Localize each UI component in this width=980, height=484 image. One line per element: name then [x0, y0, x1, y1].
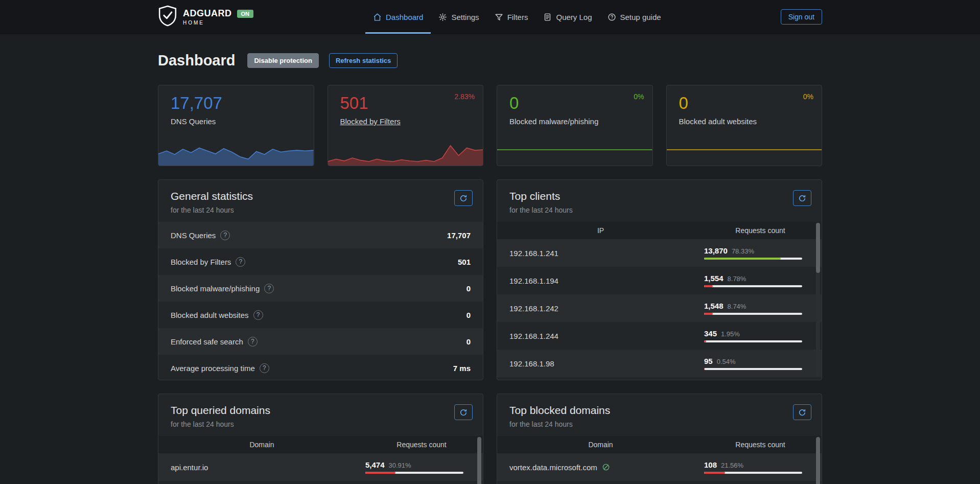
stat-value: 17,707 [171, 94, 314, 113]
client-ip[interactable]: 192.168.1.242 [497, 304, 704, 313]
refresh-statistics-button[interactable]: Refresh statistics [329, 53, 398, 68]
requests-count: 13,870 [704, 246, 728, 255]
page-header: Dashboard Disable protection Refresh sta… [158, 51, 822, 70]
stats-value: 501 [458, 258, 471, 266]
nav-item-dashboard[interactable]: Dashboard [365, 0, 431, 34]
refresh-icon [459, 408, 468, 417]
client-ip[interactable]: 192.168.1.98 [497, 359, 704, 368]
domain-row: vortex.data.microsoft.com 108 21.56% [497, 453, 822, 481]
stats-row: DNS Queries ? 17,707 [158, 222, 483, 248]
refresh-card-button[interactable] [454, 404, 473, 420]
stat-label: Blocked malware/phishing [509, 117, 652, 126]
dns-queries-sparkline-chart [158, 142, 314, 166]
table-header: Domain Requests count [497, 436, 822, 453]
nav-item-filters[interactable]: Filters [487, 0, 536, 34]
stats-label: Blocked malware/phishing [171, 284, 260, 293]
sign-out-button[interactable]: Sign out [781, 9, 822, 25]
requests-progress-bar [704, 313, 802, 315]
requests-percent: 0.54% [717, 358, 736, 365]
card-subtitle: for the last 24 hours [509, 206, 809, 214]
requests-progress-bar [704, 368, 802, 370]
requests-progress-bar [704, 285, 802, 287]
card-scrollbar-thumb[interactable] [477, 437, 481, 484]
refresh-card-button[interactable] [454, 190, 473, 206]
stat-percent: 0% [803, 93, 813, 101]
column-header-requests-count: Requests count [704, 441, 822, 449]
client-row: 192.168.1.244 345 1.95% [497, 322, 822, 350]
client-ip[interactable]: 192.168.1.194 [497, 276, 704, 285]
stats-label: Enforced safe search [171, 337, 243, 346]
domain-name[interactable]: api.entur.io [158, 463, 365, 472]
main-nav: Dashboard Settings Filters Query Log Set… [253, 0, 781, 34]
disable-protection-button[interactable]: Disable protection [247, 53, 318, 68]
nav-item-settings[interactable]: Settings [431, 0, 486, 34]
page-title: Dashboard [158, 52, 235, 69]
brand[interactable]: ADGUARD ON HOME [158, 5, 253, 29]
stats-label: Average processing time [171, 364, 255, 373]
card-scrollbar-track[interactable] [816, 437, 820, 484]
column-header-ip: IP [497, 226, 704, 235]
card-title: General statistics [171, 190, 471, 202]
help-circle-icon[interactable]: ? [220, 231, 230, 240]
stat-card-dns-queries: 17,707 DNS Queries [158, 85, 314, 166]
stat-value: 0 [679, 94, 822, 113]
main-content: Dashboard Disable protection Refresh sta… [158, 51, 822, 484]
unblock-domain-icon[interactable] [602, 463, 610, 471]
stats-value: 0 [466, 311, 471, 319]
stats-row: Enforced safe search ? 0 [158, 328, 483, 355]
card-title: Top clients [509, 190, 809, 202]
requests-percent: 8.74% [728, 303, 746, 310]
column-header-requests-count: Requests count [365, 441, 483, 449]
help-circle-icon[interactable]: ? [264, 284, 274, 293]
requests-percent: 78.33% [732, 247, 754, 255]
table-header: Domain Requests count [158, 436, 483, 453]
blocked-malware-sparkline-chart [497, 142, 652, 166]
top-blocked-domains-card: Top blocked domains for the last 24 hour… [497, 394, 822, 484]
refresh-card-button[interactable] [793, 404, 811, 420]
stats-value: 7 ms [453, 364, 471, 373]
client-row: 192.168.1.194 1,554 8.78% [497, 267, 822, 294]
brand-text: ADGUARD ON HOME [183, 8, 253, 26]
stat-label-link[interactable]: Blocked by Filters [340, 117, 483, 126]
stat-percent: 0% [634, 93, 644, 101]
domain-name[interactable]: vortex.data.microsoft.com [509, 463, 597, 472]
client-row: 192.168.1.242 1,548 8.74% [497, 294, 822, 322]
blocked-adult-sparkline-chart [667, 142, 822, 166]
nav-label: Settings [451, 13, 479, 21]
stats-row: Blocked adult websites ? 0 [158, 302, 483, 328]
card-scrollbar-thumb[interactable] [816, 437, 820, 484]
card-title: Top queried domains [171, 404, 471, 417]
funnel-icon [495, 13, 503, 21]
help-circle-icon[interactable]: ? [260, 363, 269, 373]
card-scrollbar-track[interactable] [477, 437, 481, 484]
help-circle-icon[interactable]: ? [236, 257, 245, 267]
requests-count: 1,548 [704, 302, 724, 310]
stats-row: Average processing time ? 7 ms [158, 355, 483, 380]
navbar: ADGUARD ON HOME Dashboard Settings Filte… [0, 0, 980, 34]
stat-percent: 2.83% [454, 93, 475, 101]
gear-icon [438, 13, 447, 21]
nav-label: Dashboard [386, 13, 423, 21]
help-circle-icon[interactable]: ? [253, 310, 263, 320]
help-circle-icon[interactable]: ? [248, 337, 258, 347]
protection-on-badge: ON [237, 10, 254, 18]
refresh-icon [798, 408, 806, 417]
column-header-domain: Domain [497, 441, 704, 449]
card-subtitle: for the last 24 hours [171, 420, 471, 428]
refresh-icon [459, 194, 468, 202]
client-row: 192.168.1.98 95 0.54% [497, 350, 822, 377]
client-ip[interactable]: 192.168.1.244 [497, 332, 704, 340]
help-circle-icon [608, 13, 616, 21]
nav-item-setup-guide[interactable]: Setup guide [600, 0, 669, 34]
card-scrollbar-track[interactable] [816, 223, 820, 377]
requests-percent: 8.78% [728, 275, 746, 283]
domain-row: api.entur.io 5,474 30.91% [158, 453, 483, 481]
requests-progress-bar [365, 472, 463, 474]
nav-label: Setup guide [620, 13, 661, 21]
stats-label: Blocked adult websites [171, 311, 249, 319]
card-scrollbar-thumb[interactable] [816, 223, 820, 273]
nav-item-query-log[interactable]: Query Log [535, 0, 599, 34]
refresh-card-button[interactable] [793, 190, 811, 206]
client-ip[interactable]: 192.168.1.241 [497, 249, 704, 258]
client-row: 192.168.1.241 13,870 78.33% [497, 239, 822, 267]
